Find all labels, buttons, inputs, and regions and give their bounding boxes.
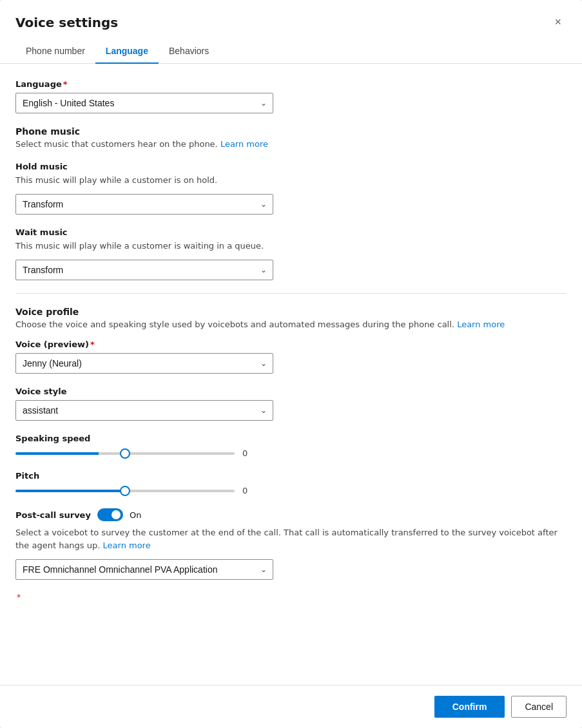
voice-profile-section: Voice profile Choose the voice and speak… xyxy=(15,307,567,329)
hold-music-field: Hold music This music will play while a … xyxy=(15,162,567,215)
voice-preview-field: Voice (preview)* Jenny (Neural) ⌄ xyxy=(15,340,567,374)
post-call-survey-label: Post-call survey xyxy=(15,510,91,520)
language-select-wrapper: English - United States ⌄ xyxy=(15,93,273,113)
toggle-slider-visual xyxy=(97,508,123,521)
voice-profile-desc: Choose the voice and speaking style used… xyxy=(15,320,567,329)
close-button[interactable]: × xyxy=(549,13,567,32)
cancel-button[interactable]: Cancel xyxy=(511,696,567,718)
language-label: Language* xyxy=(15,79,567,89)
wait-music-select-wrapper: Transform ⌄ xyxy=(15,260,273,280)
wait-music-label: Wait music xyxy=(15,227,567,237)
tab-behaviors[interactable]: Behaviors xyxy=(159,39,219,64)
hold-music-select-wrapper: Transform ⌄ xyxy=(15,194,273,215)
voice-style-field: Voice style assistant ⌄ xyxy=(15,387,567,421)
voice-profile-title: Voice profile xyxy=(15,307,567,317)
hold-music-label: Hold music xyxy=(15,162,567,171)
pitch-slider[interactable] xyxy=(15,490,235,492)
language-field: Language* English - United States ⌄ xyxy=(15,79,567,113)
phone-music-title: Phone music xyxy=(15,126,567,137)
section-divider xyxy=(15,293,567,294)
voice-style-select[interactable]: assistant xyxy=(15,400,273,421)
post-call-survey-section: Post-call survey On Select a voicebot to… xyxy=(15,508,567,602)
phone-music-desc: Select music that customers hear on the … xyxy=(15,139,567,149)
toggle-row: Post-call survey On xyxy=(15,508,567,521)
dialog-footer: Confirm Cancel xyxy=(0,685,582,728)
voice-preview-label: Voice (preview)* xyxy=(15,340,567,349)
speaking-speed-row: 0 xyxy=(15,448,567,458)
post-call-survey-learn-more[interactable]: Learn more xyxy=(103,541,151,550)
pitch-row: 0 xyxy=(15,486,567,495)
pitch-label: Pitch xyxy=(15,471,567,481)
wait-music-field: Wait music This music will play while a … xyxy=(15,227,567,280)
voice-profile-learn-more[interactable]: Learn more xyxy=(457,320,505,329)
pitch-value: 0 xyxy=(242,486,255,495)
voice-settings-dialog: Voice settings × Phone number Language B… xyxy=(0,0,582,728)
tab-content: Language* English - United States ⌄ Phon… xyxy=(0,64,582,669)
survey-required-star: * xyxy=(17,593,21,602)
language-select[interactable]: English - United States xyxy=(15,93,273,113)
tab-language[interactable]: Language xyxy=(95,39,159,64)
speaking-speed-section: Speaking speed 0 xyxy=(15,434,567,458)
voice-preview-select[interactable]: Jenny (Neural) xyxy=(15,353,273,374)
tab-bar: Phone number Language Behaviors xyxy=(0,39,582,64)
post-call-survey-desc: Select a voicebot to survey the customer… xyxy=(15,526,567,551)
phone-music-section: Phone music Select music that customers … xyxy=(15,126,567,149)
hold-music-select[interactable]: Transform xyxy=(15,194,273,215)
pitch-section: Pitch 0 xyxy=(15,471,567,495)
voice-preview-select-wrapper: Jenny (Neural) ⌄ xyxy=(15,353,273,374)
dialog-title: Voice settings xyxy=(15,15,118,30)
post-call-survey-toggle[interactable] xyxy=(97,508,123,521)
confirm-button[interactable]: Confirm xyxy=(434,696,505,718)
phone-music-learn-more[interactable]: Learn more xyxy=(220,139,268,149)
tab-phone-number[interactable]: Phone number xyxy=(15,39,95,64)
speaking-speed-value: 0 xyxy=(242,448,255,458)
post-call-survey-select-wrapper: FRE Omnichannel Omnichannel PVA Applicat… xyxy=(15,559,273,580)
toggle-on-label: On xyxy=(130,510,141,520)
voice-style-label: Voice style xyxy=(15,387,567,396)
dialog-header: Voice settings × xyxy=(0,0,582,32)
post-call-survey-select[interactable]: FRE Omnichannel Omnichannel PVA Applicat… xyxy=(15,559,273,580)
speaking-speed-label: Speaking speed xyxy=(15,434,567,443)
voice-style-select-wrapper: assistant ⌄ xyxy=(15,400,273,421)
wait-music-select[interactable]: Transform xyxy=(15,260,273,280)
wait-music-desc: This music will play while a customer is… xyxy=(15,241,567,251)
speaking-speed-slider[interactable] xyxy=(15,452,235,455)
hold-music-desc: This music will play while a customer is… xyxy=(15,175,567,185)
